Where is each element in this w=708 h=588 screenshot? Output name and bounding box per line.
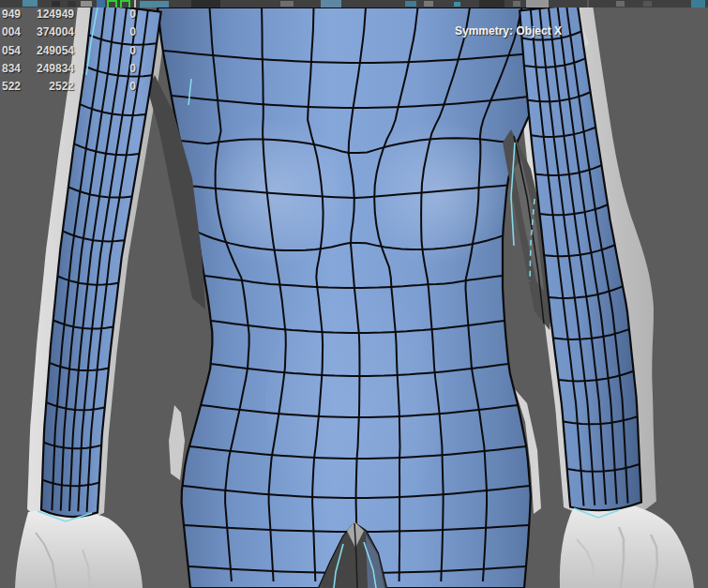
arrow-icon-fragment[interactable] (97, 0, 105, 8)
icon-fragment[interactable] (280, 1, 294, 7)
number-label-fragment[interactable] (81, 1, 92, 7)
hud-selected-count: 0 (94, 63, 136, 75)
teal-icon-fragment[interactable] (691, 0, 705, 8)
toolbar-strip (0, 0, 708, 8)
hud-selected-count: 0 (94, 81, 136, 93)
divider (587, 0, 589, 8)
hud-object-count: 249054 (13, 45, 74, 57)
icon-fragment[interactable] (52, 1, 60, 7)
hud-object-count: 249834 (13, 63, 74, 75)
button-fragment[interactable] (191, 0, 220, 8)
icon-fragment[interactable] (616, 1, 625, 7)
teal-dot-icon[interactable] (454, 2, 460, 7)
icon-fragment[interactable] (643, 1, 652, 7)
icon-fragment[interactable] (513, 1, 520, 7)
hud-object-count: 2522 (13, 81, 74, 93)
icon-fragment[interactable] (424, 1, 433, 7)
maya-viewport-window: 9491249490004374004005424905408342498340… (0, 0, 708, 588)
green-bracket-icon[interactable] (107, 0, 117, 8)
hud-selected-count: 0 (94, 26, 136, 38)
symmetry-indicator: Symmetry: Object X (455, 24, 562, 38)
active-tool-button-fragment[interactable] (321, 0, 341, 8)
teal-icon-fragment[interactable] (23, 0, 38, 7)
button-fragment[interactable] (479, 0, 505, 8)
hud-object-count: 124949 (13, 8, 74, 21)
green-bracket-icon[interactable] (120, 0, 130, 8)
hud-object-count: 374004 (13, 26, 74, 38)
hud-selected-count: 0 (94, 45, 136, 57)
teal-icon-fragment[interactable] (405, 1, 416, 7)
teal-button-fragment[interactable] (140, 1, 169, 8)
icon-fragment[interactable] (68, 1, 76, 7)
light-button-fragment[interactable] (526, 0, 549, 8)
divider (134, 0, 136, 8)
hud-selected-count: 0 (94, 8, 136, 21)
